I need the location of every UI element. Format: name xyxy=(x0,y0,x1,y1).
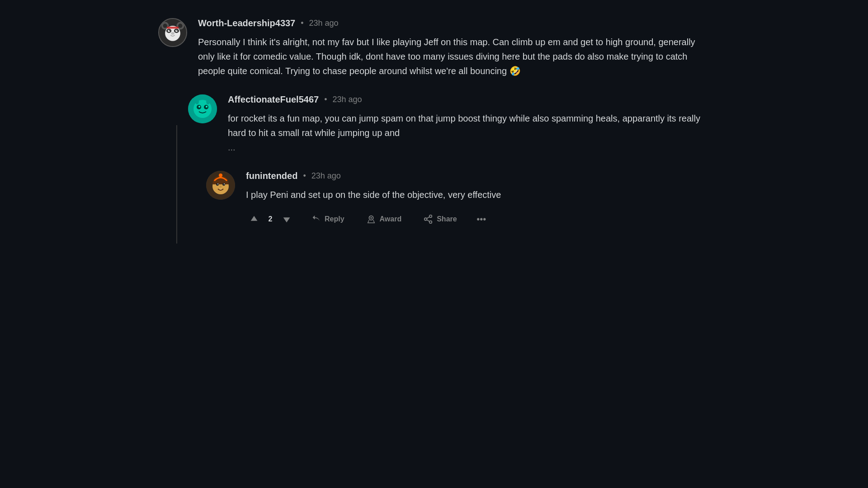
avatar-funintended-icon xyxy=(206,171,235,200)
share-icon xyxy=(423,214,433,224)
comment-header-funintended: funintended • 23h ago xyxy=(246,171,710,181)
nested-comment-affectionate: AffectionateFuel5467 • 23h ago for rocke… xyxy=(176,94,710,244)
comment-body-affectionate: AffectionateFuel5467 • 23h ago for rocke… xyxy=(228,94,710,155)
comment-actions-funintended: 2 xyxy=(246,211,710,227)
nested-content-affectionate: AffectionateFuel5467 • 23h ago for rocke… xyxy=(188,94,710,244)
thread-line xyxy=(176,125,177,244)
avatar-affectionate xyxy=(188,94,217,123)
comment-thread: Worth-Leadership4337 • 23h ago Personall… xyxy=(140,18,728,244)
avatar-worth-icon xyxy=(159,18,186,47)
svg-point-11 xyxy=(176,30,177,31)
svg-line-35 xyxy=(427,217,429,219)
comment-funintended: funintended • 23h ago I play Peni and se… xyxy=(206,171,710,227)
time-affectionate: 23h ago xyxy=(332,95,362,104)
reply-icon xyxy=(311,214,321,224)
comment-worth: Worth-Leadership4337 • 23h ago Personall… xyxy=(158,18,710,78)
comment-affectionate: AffectionateFuel5467 • 23h ago for rocke… xyxy=(188,94,710,155)
svg-point-27 xyxy=(224,183,225,184)
svg-point-20 xyxy=(198,106,200,108)
svg-point-31 xyxy=(370,217,372,219)
svg-point-24 xyxy=(216,183,219,186)
svg-point-17 xyxy=(206,99,210,104)
reply-button[interactable]: Reply xyxy=(306,211,350,227)
reply-label: Reply xyxy=(325,215,344,223)
svg-point-26 xyxy=(217,183,218,184)
downvote-button[interactable] xyxy=(278,211,295,227)
vote-section: 2 xyxy=(246,211,295,227)
username-worth: Worth-Leadership4337 xyxy=(198,18,295,28)
svg-point-12 xyxy=(171,32,175,35)
avatar-worth xyxy=(158,18,187,47)
svg-point-10 xyxy=(169,30,170,31)
dot-funintended: • xyxy=(303,171,306,181)
svg-point-21 xyxy=(206,106,208,108)
downvote-icon xyxy=(282,214,292,224)
more-options-button[interactable]: ••• xyxy=(473,211,490,227)
avatar-affectionate-icon xyxy=(188,94,217,123)
more-options-icon: ••• xyxy=(476,214,486,225)
comment-body-funintended: funintended • 23h ago I play Peni and se… xyxy=(246,171,710,227)
nested-nested-comment-funintended: funintended • 23h ago I play Peni and se… xyxy=(206,171,710,227)
comment-body-worth: Worth-Leadership4337 • 23h ago Personall… xyxy=(198,18,710,78)
username-affectionate: AffectionateFuel5467 xyxy=(228,94,319,105)
comment-header-worth: Worth-Leadership4337 • 23h ago xyxy=(198,18,710,28)
svg-line-36 xyxy=(427,220,429,221)
thread-line-container xyxy=(176,94,177,244)
dot-affectionate: • xyxy=(324,95,327,104)
svg-point-28 xyxy=(220,186,222,188)
username-funintended: funintended xyxy=(246,171,297,181)
comment-header-affectionate: AffectionateFuel5467 • 23h ago xyxy=(228,94,710,105)
award-icon xyxy=(366,214,376,224)
share-label: Share xyxy=(437,215,457,223)
svg-point-29 xyxy=(219,174,222,177)
comment-text-worth: Personally I think it's alright, not my … xyxy=(198,35,710,78)
comment-text-affectionate: for rocket its a fun map, you can jump s… xyxy=(228,111,710,155)
vote-count: 2 xyxy=(267,215,274,223)
award-button[interactable]: Award xyxy=(361,211,407,227)
svg-point-16 xyxy=(195,99,199,104)
svg-point-3 xyxy=(163,23,167,28)
svg-point-4 xyxy=(178,23,182,28)
page-container: Worth-Leadership4337 • 23h ago Personall… xyxy=(0,0,868,488)
truncated-indicator: ... xyxy=(228,142,236,152)
nested-thread-affectionate: AffectionateFuel5467 • 23h ago for rocke… xyxy=(176,94,710,244)
upvote-icon xyxy=(249,214,259,224)
award-label: Award xyxy=(380,215,402,223)
share-button[interactable]: Share xyxy=(418,211,462,227)
upvote-button[interactable] xyxy=(246,211,262,227)
dot-worth: • xyxy=(301,19,303,28)
svg-point-25 xyxy=(222,183,225,186)
time-worth: 23h ago xyxy=(309,19,339,28)
time-funintended: 23h ago xyxy=(311,171,341,181)
comment-text-funintended: I play Peni and set up on the side of th… xyxy=(246,188,710,202)
svg-rect-13 xyxy=(167,27,179,29)
avatar-funintended xyxy=(206,171,235,200)
